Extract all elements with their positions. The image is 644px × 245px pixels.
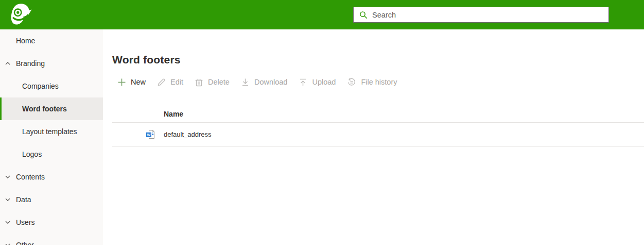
table-row[interactable]: W default_address xyxy=(112,123,644,146)
sidebar-item-home[interactable]: Home xyxy=(0,29,103,52)
sidebar-item-branding[interactable]: Branding xyxy=(0,52,103,75)
button-label: Edit xyxy=(170,78,183,86)
sidebar-item-label: Logos xyxy=(22,150,42,158)
search-input[interactable] xyxy=(372,7,608,22)
chevron-down-icon[interactable] xyxy=(4,196,11,203)
sidebar-item-word-footers[interactable]: Word footers xyxy=(0,97,103,120)
history-icon xyxy=(347,78,356,87)
chevron-down-icon[interactable] xyxy=(4,219,11,226)
download-button[interactable]: Download xyxy=(235,75,293,89)
upload-button[interactable]: Upload xyxy=(293,75,341,89)
sidebar-item-label: Other xyxy=(16,241,34,245)
page-title: Word footers xyxy=(112,29,644,67)
button-label: Delete xyxy=(208,78,230,86)
chevron-down-icon[interactable] xyxy=(4,173,11,181)
sidebar-item-companies[interactable]: Companies xyxy=(0,75,103,97)
sidebar-item-label: Branding xyxy=(16,59,45,68)
sidebar-item-label: Word footers xyxy=(22,105,67,113)
upload-icon xyxy=(299,78,307,87)
button-label: New xyxy=(131,78,146,86)
file-table: Name W default_address xyxy=(112,106,644,146)
sidebar-item-users[interactable]: Users xyxy=(0,211,103,234)
file-name: default_address xyxy=(164,130,212,138)
download-icon xyxy=(241,78,250,87)
sidebar: Home Branding Companies Word footers Lay… xyxy=(0,29,103,245)
chevron-up-icon[interactable] xyxy=(4,60,11,67)
file-history-button[interactable]: File history xyxy=(341,75,403,89)
trash-icon xyxy=(195,78,203,87)
table-header-name[interactable]: Name xyxy=(112,106,644,123)
command-bar: New Edit Delete xyxy=(112,75,644,89)
chevron-down-icon[interactable] xyxy=(4,241,11,245)
sidebar-item-label: Contents xyxy=(16,173,45,181)
delete-button[interactable]: Delete xyxy=(189,75,235,89)
svg-text:W: W xyxy=(147,133,151,137)
main-content: Word footers New Edit xyxy=(103,29,644,245)
button-label: File history xyxy=(361,78,397,86)
chameleon-logo-icon xyxy=(8,3,32,27)
edit-button[interactable]: Edit xyxy=(151,75,189,89)
new-button[interactable]: New xyxy=(112,75,151,89)
sidebar-item-label: Users xyxy=(16,218,35,226)
button-label: Download xyxy=(254,78,288,86)
button-label: Upload xyxy=(312,78,336,86)
search-box xyxy=(353,7,609,23)
sidebar-item-label: Companies xyxy=(22,82,59,90)
sidebar-item-label: Home xyxy=(16,37,35,45)
search-icon xyxy=(359,11,368,19)
word-file-icon: W xyxy=(146,129,155,139)
sidebar-item-label: Data xyxy=(16,195,31,204)
sidebar-item-label: Layout templates xyxy=(22,127,77,136)
sidebar-item-contents[interactable]: Contents xyxy=(0,166,103,188)
sidebar-item-data[interactable]: Data xyxy=(0,188,103,211)
sidebar-item-other[interactable]: Other xyxy=(0,234,103,245)
pencil-icon xyxy=(157,78,166,87)
app-header xyxy=(0,0,644,29)
plus-icon xyxy=(117,78,126,87)
sidebar-item-logos[interactable]: Logos xyxy=(0,143,103,166)
sidebar-item-layout-templates[interactable]: Layout templates xyxy=(0,120,103,143)
